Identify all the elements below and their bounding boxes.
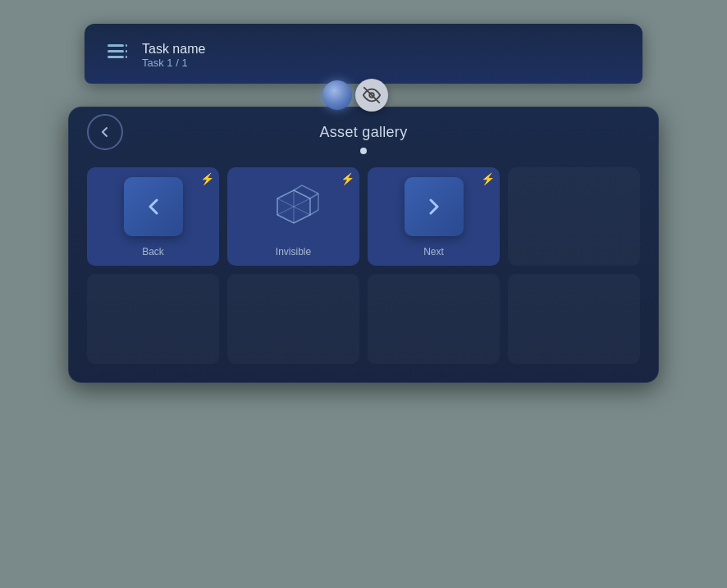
asset-label-invisible: Invisible (276, 246, 311, 258)
svg-rect-1 (107, 50, 124, 52)
asset-item-back[interactable]: ⚡ Back (87, 167, 219, 266)
orb-decoration (322, 80, 352, 110)
connector-area (52, 84, 675, 108)
lightning-badge-back: ⚡ (200, 172, 214, 185)
asset-icon-back (87, 167, 219, 246)
back-card (124, 177, 183, 236)
asset-item-next[interactable]: ⚡ Next (368, 167, 500, 266)
svg-rect-4 (126, 50, 127, 52)
asset-icon-invisible (227, 167, 359, 246)
cube-wireframe-icon (267, 180, 320, 233)
task-panel: Task name Task 1 / 1 (85, 24, 642, 84)
task-list-icon (107, 44, 127, 66)
asset-item-empty-5 (508, 274, 640, 364)
svg-rect-5 (126, 56, 127, 58)
next-card (405, 177, 464, 236)
scene: Task name Task 1 / 1 Asset gallery (52, 24, 675, 565)
asset-grid-row2 (87, 274, 640, 364)
back-arrow-icon (98, 125, 112, 139)
eye-slash-icon (363, 86, 381, 104)
next-card-arrow (421, 194, 447, 220)
gallery-header: Asset gallery (87, 124, 640, 141)
asset-item-invisible[interactable]: ⚡ (227, 167, 359, 266)
svg-line-13 (310, 194, 318, 198)
task-counter: Task 1 / 1 (142, 57, 205, 69)
svg-rect-0 (107, 44, 124, 47)
visibility-button[interactable] (355, 79, 388, 112)
back-button[interactable] (87, 114, 123, 150)
lightning-badge-invisible: ⚡ (341, 172, 354, 185)
svg-rect-3 (126, 44, 127, 47)
svg-line-15 (310, 210, 318, 215)
svg-rect-2 (107, 56, 124, 58)
back-card-arrow (140, 194, 167, 220)
task-title: Task name (142, 42, 205, 57)
asset-item-empty-4 (368, 274, 500, 364)
asset-label-back: Back (142, 246, 164, 258)
asset-grid-row1: ⚡ Back ⚡ (87, 167, 640, 266)
svg-line-12 (294, 185, 302, 190)
gallery-panel: Asset gallery ⚡ Back ⚡ (68, 107, 659, 383)
asset-icon-next (368, 167, 500, 246)
asset-item-empty-1 (508, 167, 640, 266)
gallery-title: Asset gallery (320, 124, 408, 141)
asset-label-next: Next (423, 246, 444, 258)
asset-item-empty-2 (87, 274, 219, 364)
task-info: Task name Task 1 / 1 (142, 42, 205, 69)
svg-line-7 (364, 87, 379, 102)
asset-item-empty-3 (227, 274, 359, 364)
lightning-badge-next: ⚡ (481, 172, 495, 185)
pagination-dot (360, 148, 367, 154)
svg-line-14 (302, 185, 318, 194)
